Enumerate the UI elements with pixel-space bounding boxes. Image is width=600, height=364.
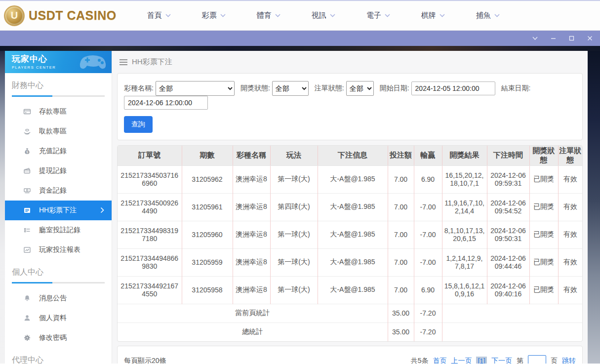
usdt-coin-icon: U — [4, 5, 25, 26]
sidebar-item-label: 個人資料 — [39, 314, 67, 323]
sidebar-item-player-bet-report[interactable]: 玩家投注報表 — [5, 240, 112, 260]
order-status-label: 注單狀態: — [315, 84, 344, 93]
cell-bet-amount: 7.00 — [388, 165, 414, 193]
cell-period: 31205959 — [182, 248, 233, 276]
chevron-down-icon — [532, 35, 538, 41]
cell-win-loss: -7.00 — [414, 248, 442, 276]
cell-play: 第一球(大) — [270, 221, 318, 248]
section-label-finance: 財務中心 — [12, 81, 112, 91]
col-header-bet-info: 下注信息 — [318, 146, 388, 165]
sidebar-item-profile[interactable]: 個人資料 — [5, 308, 112, 328]
site-logo[interactable]: U USDT CASINO — [4, 5, 117, 26]
window-maximize-button[interactable] — [568, 35, 575, 41]
window-minimize-button[interactable] — [550, 35, 557, 41]
cell-bet-amount: 7.00 — [388, 221, 414, 248]
sidebar-item-withdrawal-record[interactable]: 提現記錄 — [5, 161, 112, 181]
nav-item-slots[interactable]: 電子 — [366, 11, 390, 20]
start-date-input[interactable] — [411, 81, 495, 95]
cell-lottery: 澳洲幸运8 — [233, 276, 270, 304]
cell-result: 16,15,20,12,18,10,7,1 — [442, 165, 487, 193]
cell-period: 31205958 — [182, 276, 233, 304]
table-row: 2152173344921674550 31205958 澳洲幸运8 第一球(大… — [118, 276, 582, 304]
cell-order-no: 2152173344921674550 — [118, 276, 182, 304]
window-dropdown-button[interactable] — [532, 35, 538, 41]
sidebar-item-room-bet-record[interactable]: 廳室投註記錄 — [5, 220, 112, 240]
section-label-agent: 代理中心 — [12, 355, 112, 364]
chevron-down-icon — [440, 14, 445, 17]
cell-draw-status: 已開獎 — [529, 248, 558, 276]
cell-order-status: 有效 — [558, 221, 582, 248]
nav-item-cards[interactable]: 棋牌 — [421, 11, 445, 20]
total-count-text: 共5条 — [411, 357, 429, 364]
col-header-period: 期數 — [182, 146, 233, 165]
nav-item-home[interactable]: 首頁 — [147, 11, 171, 20]
cell-draw-status: 已開獎 — [529, 221, 558, 248]
col-header-order-status: 注單狀態 — [558, 146, 582, 165]
order-status-select[interactable]: 全部 — [346, 81, 374, 96]
cell-period: 31205961 — [182, 193, 233, 221]
page-summary-bet-amount: 35.00 — [388, 304, 414, 323]
sidebar-item-label: 廳室投註記錄 — [39, 226, 80, 235]
cell-win-loss: 6.90 — [414, 165, 442, 193]
chevron-down-icon — [385, 14, 390, 17]
cell-result: 11,9,16,7,10,2,14,4 — [442, 193, 487, 221]
total-summary-bet-amount: 35.00 — [388, 323, 414, 341]
sidebar-item-change-password[interactable]: 修改密碼 — [5, 328, 112, 348]
sidebar-item-hh-lottery-bets[interactable]: HH彩票下注 — [5, 201, 112, 220]
window-close-button[interactable] — [587, 35, 593, 41]
cell-win-loss: -7.00 — [414, 221, 442, 248]
cell-order-status: 有效 — [558, 193, 582, 221]
report-chart-icon — [23, 246, 31, 254]
sidebar-item-label: 提現記錄 — [39, 166, 67, 175]
sidebar-item-deposit[interactable]: 存款專區 — [5, 102, 112, 121]
bank-card-icon — [23, 108, 31, 116]
nav-item-video[interactable]: 視訊 — [312, 11, 335, 20]
sidebar-item-funds-record[interactable]: 資金記錄 — [5, 181, 112, 201]
cell-draw-status: 已開獎 — [529, 276, 558, 304]
pagination-bar: 每頁顯示20條 共5条 首页 上一页 [1] 下一页 第 页 跳转 — [117, 346, 583, 364]
nav-item-lottery[interactable]: 彩票 — [202, 11, 226, 20]
cell-order-no: 2152173345037166960 — [118, 165, 182, 193]
svg-text:$: $ — [26, 150, 28, 154]
logo-text: USDT CASINO — [29, 8, 117, 23]
sidebar-item-announcements[interactable]: 消息公告 — [5, 288, 112, 308]
cell-bet-time: 2024-12-06 09:44:46 — [487, 248, 529, 276]
sidebar-item-recharge-record[interactable]: $ 充值記錄 — [5, 141, 112, 161]
nav-item-fishing[interactable]: 捕魚 — [476, 11, 500, 20]
sidebar-item-withdraw[interactable]: 取款專區 — [5, 121, 112, 141]
maximize-icon — [568, 35, 575, 41]
chevron-down-icon — [494, 14, 500, 17]
cell-result: 8,1,10,17,13,20,6,15 — [442, 221, 487, 248]
page-jump-input[interactable] — [528, 355, 546, 364]
cell-order-status: 有效 — [558, 248, 582, 276]
col-header-lottery: 彩種名稱 — [233, 146, 270, 165]
sidebar-item-label: 存款專區 — [39, 107, 67, 116]
col-header-win-loss: 輸贏 — [414, 146, 442, 165]
cell-lottery: 澳洲幸运8 — [233, 193, 270, 221]
sidebar-item-label: 修改密碼 — [39, 333, 67, 342]
cell-result: 15,8,1,6,12,10,9,16 — [442, 276, 487, 304]
col-header-play: 玩法 — [270, 146, 318, 165]
page-summary-label: 當前頁統計 — [118, 304, 388, 323]
nav-item-sports[interactable]: 體育 — [257, 11, 280, 20]
draw-status-select[interactable]: 全部 — [272, 81, 309, 96]
cell-bet-time: 2024-12-06 09:40:16 — [487, 276, 529, 304]
cell-draw-status: 已開獎 — [529, 165, 558, 193]
cell-bet-info: 大-A盤@1.985 — [318, 221, 388, 248]
lottery-name-select[interactable]: 全部 — [156, 81, 235, 96]
hamburger-icon[interactable] — [120, 59, 127, 65]
jump-button[interactable]: 跳转 — [562, 357, 576, 364]
search-button[interactable]: 查詢 — [124, 116, 153, 133]
col-header-draw-status: 開獎狀態 — [529, 146, 558, 165]
clipboard-list-icon — [23, 226, 31, 234]
table-row: 2152173345037166960 31205962 澳洲幸运8 第一球(大… — [118, 165, 582, 193]
cell-bet-amount: 7.00 — [388, 193, 414, 221]
end-date-input[interactable] — [124, 96, 208, 110]
next-page-link[interactable]: 下一页 — [491, 357, 512, 364]
person-icon — [23, 314, 31, 322]
prev-page-link[interactable]: 上一页 — [451, 357, 472, 364]
main-content: HH彩票下注 彩種名稱: 全部 開獎狀態: 全部 注單狀態: 全部 開始日期: … — [112, 51, 588, 364]
filter-panel: 彩種名稱: 全部 開獎狀態: 全部 注單狀態: 全部 開始日期: 結束日期: 查… — [117, 73, 583, 140]
first-page-link[interactable]: 首页 — [433, 357, 446, 364]
page-summary-win-loss: -7.20 — [414, 304, 442, 323]
